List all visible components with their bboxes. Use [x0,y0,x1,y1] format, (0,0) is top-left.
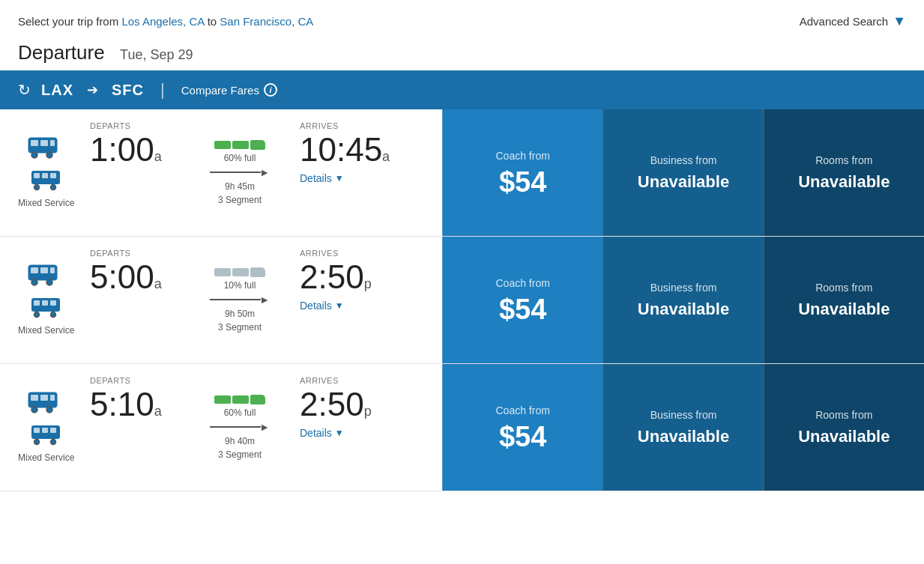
svg-point-22 [34,312,39,318]
fare-columns: Coach from $54 Business from Unavailable… [442,109,924,236]
destination-link[interactable]: San Francisco, CA [220,15,313,28]
departs-header: DEPARTS [90,376,180,385]
departs-time: 1:00a [90,133,180,166]
dropdown-arrow-icon: ▼ [335,428,344,438]
business-fare-label: Business from [650,282,717,294]
svg-rect-26 [40,395,48,401]
svg-rect-14 [40,267,48,273]
route-divider: | [160,80,165,100]
rooms-fare-label: Rooms from [815,154,872,166]
train-icon [27,136,66,165]
business-fare-label: Business from [650,154,717,166]
departure-date: Tue, Sep 29 [120,47,193,62]
business-fare-value: Unavailable [638,427,729,446]
business-fare-label: Business from [650,409,717,421]
service-type-label: Mixed Service [18,452,74,463]
coach-fare-label: Coach from [495,404,549,416]
arrives-time: 2:50p [300,261,435,294]
coach-fare-price: $54 [499,168,546,196]
svg-rect-15 [50,267,55,273]
svg-rect-27 [50,395,55,401]
segment-label: 3 Segment [218,322,262,333]
departs-time-value: 5:00 [90,258,154,295]
rooms-fare-label: Rooms from [815,282,872,294]
advanced-search-button[interactable]: Advanced Search ▼ [800,13,906,29]
route-arrow-line: ► [210,166,270,178]
route-to: SFC [112,82,144,99]
arrives-time-suffix: a [382,149,390,164]
svg-rect-9 [50,173,56,178]
rooms-fare-label: Rooms from [815,409,872,421]
fill-label: 10% full [224,280,256,291]
rooms-fare-col[interactable]: Rooms from Unavailable [764,237,924,363]
fill-label: 60% full [224,407,256,418]
svg-rect-21 [50,300,56,306]
svg-rect-20 [42,300,48,306]
svg-rect-33 [50,428,56,433]
arrives-time: 10:45a [300,133,435,166]
svg-point-17 [46,279,52,285]
departs-time: 5:10a [90,388,180,421]
business-fare-value: Unavailable [638,172,729,192]
rooms-fare-value: Unavailable [798,300,890,319]
fill-label: 60% full [224,153,256,163]
train-icon-wrapper: Mixed Service [18,264,74,336]
dropdown-arrow-icon: ▼ [335,300,344,311]
arrives-time: 2:50p [300,388,435,421]
route-middle: 10% full ► 9h 50m 3 Segment [187,237,292,363]
train-service-info: Mixed Service [0,237,82,363]
business-fare-col[interactable]: Business from Unavailable [603,364,763,491]
coach-fare-col[interactable]: Coach from $54 [442,109,603,236]
details-link[interactable]: Details ▼ [300,172,435,184]
svg-rect-13 [31,267,38,273]
svg-rect-7 [34,173,40,178]
compare-fares-label: Compare Fares [181,84,259,97]
arrives-header: ARRIVES [300,249,435,258]
compare-fares[interactable]: Compare Fares i [181,83,277,97]
details-link[interactable]: Details ▼ [300,300,435,312]
business-fare-value: Unavailable [638,300,729,319]
svg-point-34 [34,440,39,445]
arrives-time-value: 10:45 [300,131,382,168]
svg-rect-25 [31,395,38,401]
details-label: Details [300,300,332,312]
departure-label: Departure [18,41,105,64]
train-row: Mixed Service DEPARTS 5:10a 60% full ► 9… [0,364,924,491]
business-fare-col[interactable]: Business from Unavailable [603,237,763,363]
arrives-header: ARRIVES [300,121,435,130]
business-fare-col[interactable]: Business from Unavailable [603,109,763,236]
train-rows: Mixed Service DEPARTS 1:00a 60% full ► 9… [0,109,924,491]
route-arrow-line: ► [210,294,270,306]
arrow-head-icon: ► [259,294,270,306]
bus-icon [31,169,62,192]
arrives-time-suffix: p [364,276,372,291]
departs-header: DEPARTS [90,121,180,130]
arrives-header: ARRIVES [300,376,435,385]
coach-fare-col[interactable]: Coach from $54 [442,237,603,363]
origin-link[interactable]: Los Angeles, CA [121,15,204,28]
rooms-fare-col[interactable]: Rooms from Unavailable [764,364,924,491]
departs-time-value: 1:00 [90,131,154,168]
rooms-fare-value: Unavailable [798,172,890,192]
svg-point-4 [31,152,37,158]
service-type-label: Mixed Service [18,198,74,208]
train-fill-visual [214,395,265,404]
top-bar: Select your trip from Los Angeles, CA to… [0,0,924,38]
details-link[interactable]: Details ▼ [300,427,435,439]
arrow-head-icon: ► [259,421,270,433]
departure-section: Departure Tue, Sep 29 [0,38,924,70]
bus-icon [31,297,62,319]
rooms-fare-col[interactable]: Rooms from Unavailable [764,109,924,236]
departs-block: DEPARTS 5:10a [82,364,187,491]
coach-fare-col[interactable]: Coach from $54 [442,364,603,491]
departs-header: DEPARTS [90,249,180,258]
coach-fare-label: Coach from [495,150,549,162]
departs-block: DEPARTS 1:00a [82,109,187,236]
select-trip-prefix: Select your trip from [18,15,118,28]
arrives-block: ARRIVES 2:50p Details ▼ [292,237,442,363]
train-icon [27,391,66,419]
train-row: Mixed Service DEPARTS 5:00a 10% full ► 9… [0,237,924,364]
rooms-fare-value: Unavailable [798,427,890,446]
bus-icon [31,424,62,446]
arrives-block: ARRIVES 2:50p Details ▼ [292,364,442,491]
